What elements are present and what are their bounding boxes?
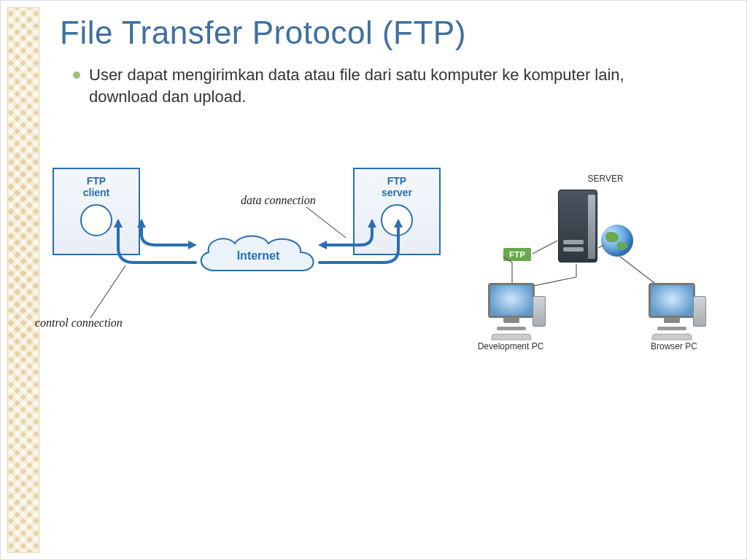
development-pc-label: Development PC <box>474 341 547 351</box>
browser-pc-label: Browser PC <box>638 341 711 351</box>
svg-marker-5 <box>318 241 327 249</box>
svg-marker-2 <box>368 219 376 228</box>
slide-title: File Transfer Protocol (FTP) <box>60 15 466 51</box>
svg-line-13 <box>598 245 604 248</box>
svg-line-6 <box>306 207 346 238</box>
svg-marker-4 <box>188 241 197 249</box>
svg-marker-1 <box>114 219 123 228</box>
bullet-item: User dapat mengirimkan data atau file da… <box>73 64 678 107</box>
svg-marker-3 <box>394 219 403 228</box>
development-pc-icon <box>479 283 544 341</box>
control-connection-label: control connection <box>35 316 123 330</box>
data-connection-label: data connection <box>241 194 316 207</box>
svg-line-7 <box>90 265 125 318</box>
svg-line-8 <box>533 241 557 254</box>
bullet-text: User dapat mengirimkan data atau file da… <box>89 64 678 107</box>
svg-line-10 <box>503 257 512 262</box>
decorative-strip <box>7 7 39 553</box>
bullet-icon <box>73 71 80 79</box>
slide: File Transfer Protocol (FTP) User dapat … <box>0 0 747 560</box>
ftp-topology-diagram: SERVER FTP Development PC <box>460 168 722 357</box>
browser-pc-icon <box>639 283 705 341</box>
ftp-connection-diagram: FTP client FTP server Internet <box>39 168 448 357</box>
svg-marker-0 <box>137 219 146 228</box>
